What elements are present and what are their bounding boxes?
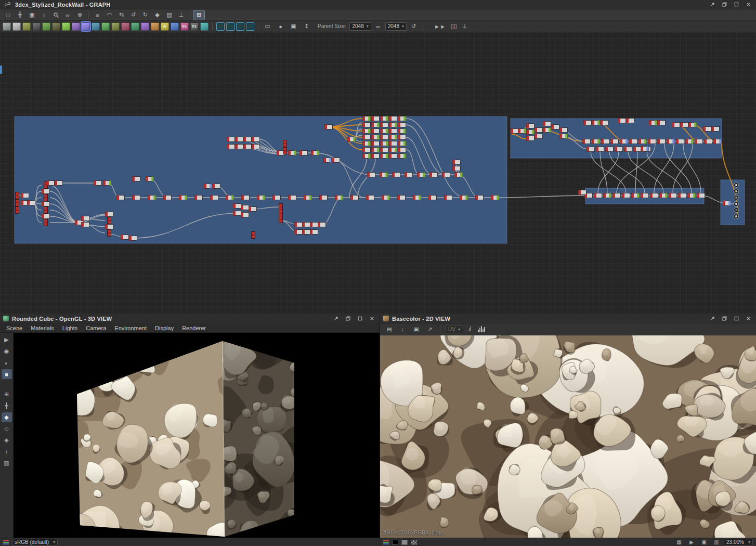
graph-node[interactable] (368, 173, 375, 177)
curve-node-button[interactable] (62, 22, 70, 31)
restore-icon[interactable] (720, 315, 729, 322)
menu-camera[interactable]: Camera (82, 325, 110, 331)
uv-mode-select[interactable]: UV▾ (445, 325, 463, 333)
graph-node[interactable] (660, 193, 668, 198)
distance-node-button[interactable] (131, 22, 139, 31)
graph-node[interactable] (639, 139, 647, 144)
graph-node[interactable] (418, 173, 425, 177)
graph-node[interactable] (121, 235, 129, 240)
tiling-icon[interactable]: ▦ (675, 539, 683, 545)
graph-node[interactable] (117, 196, 125, 200)
close-icon[interactable] (744, 315, 753, 322)
normal-node-button[interactable] (200, 22, 208, 31)
node-graph-canvas[interactable] (0, 32, 756, 314)
uniform-color-node-button[interactable] (12, 22, 21, 31)
play-controls-icon[interactable]: ►► (434, 22, 446, 31)
graph-node[interactable] (592, 139, 600, 144)
graph-node[interactable] (204, 184, 212, 189)
filter-icon[interactable]: ▥ (712, 539, 721, 545)
graph-node[interactable] (453, 160, 461, 165)
graph-node[interactable] (430, 173, 438, 177)
graph-node[interactable] (372, 129, 380, 134)
splatter-node-button[interactable] (101, 22, 110, 31)
pan-tool-icon[interactable]: ╋ (15, 10, 25, 20)
graph-node[interactable] (560, 134, 568, 139)
graph-node[interactable] (389, 123, 397, 127)
graph-node[interactable] (697, 193, 705, 198)
warp-node-button[interactable] (151, 22, 159, 31)
graph-node[interactable] (236, 137, 243, 142)
graph-node[interactable] (42, 189, 50, 194)
graph-node[interactable] (279, 204, 283, 211)
graph-node[interactable] (511, 129, 519, 134)
graph-node[interactable] (389, 116, 397, 121)
graph-node[interactable] (236, 145, 243, 149)
graph-node[interactable] (320, 196, 328, 200)
output-node[interactable] (734, 195, 738, 200)
graph-node[interactable] (133, 196, 140, 200)
rotate-cw-icon[interactable]: ↻ (140, 10, 151, 20)
blend-node-button[interactable] (216, 22, 225, 31)
menu-display[interactable]: Display (151, 325, 178, 331)
graph-node[interactable] (398, 154, 406, 159)
graph-node[interactable] (381, 141, 388, 146)
graph-node[interactable] (632, 193, 640, 198)
graph-node[interactable] (398, 129, 406, 134)
graph-node[interactable] (82, 223, 89, 227)
shape-node-button[interactable] (72, 22, 80, 31)
menu-scene[interactable]: Scene (2, 325, 27, 331)
graph-node[interactable] (429, 196, 437, 200)
output-node[interactable] (734, 183, 738, 187)
position-node-button[interactable]: 01 (180, 22, 189, 31)
link-cut-icon[interactable]: ⊗ (74, 10, 85, 20)
graph-node[interactable] (393, 173, 400, 177)
graph-node[interactable] (283, 140, 287, 147)
graph-node[interactable] (82, 216, 89, 221)
text-a-node-button[interactable]: A (161, 22, 169, 31)
colorspace-select[interactable]: sRGB (default)▾ (12, 539, 58, 545)
graph-node[interactable] (289, 151, 296, 155)
graph-node[interactable] (289, 196, 296, 200)
graph-node[interactable] (311, 151, 319, 155)
pin-icon[interactable] (708, 1, 717, 8)
graph-node[interactable] (28, 201, 35, 205)
graph-node[interactable] (669, 193, 677, 198)
graph-node[interactable] (398, 148, 406, 152)
transform-node-button[interactable] (82, 22, 90, 31)
maximize-icon[interactable] (356, 315, 364, 322)
output-node[interactable] (734, 189, 738, 193)
graph-node[interactable] (348, 137, 356, 142)
copy-image-icon[interactable]: ▣ (411, 324, 422, 334)
graph-node[interactable] (335, 196, 343, 200)
graph-node[interactable] (108, 217, 111, 224)
graph-node[interactable] (667, 139, 675, 144)
picker-icon[interactable]: / (2, 447, 12, 457)
graph-node[interactable] (615, 147, 623, 152)
graph-node[interactable] (108, 230, 111, 237)
graph-node[interactable] (146, 177, 154, 181)
graph-node[interactable] (442, 173, 450, 177)
graph-node[interactable] (705, 139, 712, 144)
graph-node[interactable] (44, 207, 48, 214)
graph-node[interactable] (527, 136, 535, 141)
graph-node[interactable] (686, 139, 694, 144)
graph-node[interactable] (300, 151, 308, 155)
graph-node[interactable] (381, 135, 388, 140)
graph-node[interactable] (372, 135, 380, 140)
graph-node[interactable] (367, 196, 374, 200)
graph-node[interactable] (543, 122, 551, 126)
graph-node[interactable] (389, 154, 397, 159)
graph-node[interactable] (676, 139, 684, 144)
menu-environment[interactable]: Environment (110, 325, 151, 331)
pin-icon[interactable] (708, 315, 717, 322)
pin-comment-icon[interactable]: ↥ (301, 22, 312, 31)
graph-node[interactable] (620, 139, 628, 144)
close-icon[interactable] (368, 315, 376, 322)
graph-node[interactable] (363, 154, 371, 159)
export-image-icon[interactable]: ▤ (384, 324, 395, 334)
graph-node[interactable] (164, 196, 172, 200)
graph-node[interactable] (634, 147, 642, 152)
graph-node[interactable] (695, 139, 703, 144)
graph-node[interactable] (535, 128, 543, 133)
graph-node[interactable] (244, 145, 252, 149)
